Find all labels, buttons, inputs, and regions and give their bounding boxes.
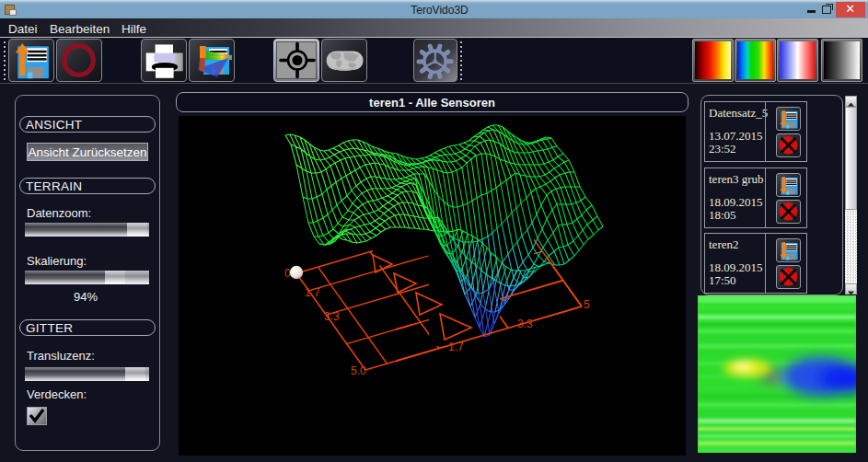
svg-text:5.0: 5.0 — [351, 364, 366, 377]
svg-text:1.7: 1.7 — [448, 341, 464, 353]
svg-text:3.3: 3.3 — [324, 310, 340, 323]
svg-text:5: 5 — [584, 298, 590, 311]
svg-text:1.7: 1.7 — [305, 286, 320, 299]
svg-text:3.3: 3.3 — [517, 318, 533, 330]
